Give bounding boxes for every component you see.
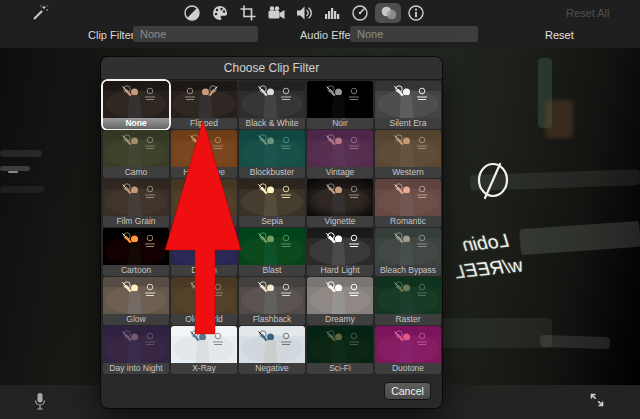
filter-thumbnail <box>103 228 169 265</box>
filter-cell-sepia[interactable]: Sepia <box>239 179 305 227</box>
filter-cell-vignette[interactable]: Vignette <box>307 179 373 227</box>
audio-effect-field[interactable]: None <box>350 26 478 42</box>
filter-tint-overlay <box>307 130 373 167</box>
color-palette-icon[interactable] <box>207 3 233 23</box>
filter-thumbnail <box>239 326 305 363</box>
auto-enhance-wand-icon[interactable] <box>28 3 52 23</box>
filter-grid: None Flipped Black & White Noir Silent E <box>103 81 441 374</box>
chalk-smudge <box>432 318 552 348</box>
filter-thumbnail <box>171 130 237 167</box>
filter-thumbnail <box>307 81 373 118</box>
filter-cell-vintage[interactable]: Vintage <box>307 130 373 178</box>
volume-icon[interactable] <box>291 3 317 23</box>
filter-thumbnail <box>375 179 441 216</box>
filter-cell-camo[interactable]: Camo <box>103 130 169 178</box>
filter-label: Sci-Fi <box>307 363 373 374</box>
filter-label: Vignette <box>307 216 373 227</box>
filter-cell-western[interactable]: Western <box>375 130 441 178</box>
filter-label: Flipped <box>171 118 237 129</box>
chalk-smudge <box>540 335 610 349</box>
filter-cell-dreamy[interactable]: Dreamy <box>307 277 373 325</box>
mirrored-scribble: Lobin w/REEL <box>426 224 549 288</box>
filter-cell-none[interactable]: None <box>103 81 169 129</box>
crop-icon[interactable] <box>235 3 261 23</box>
filter-thumbnail <box>375 277 441 314</box>
filter-cell-sci-fi[interactable]: Sci-Fi <box>307 326 373 374</box>
filter-label: Film Grain <box>103 216 169 227</box>
filter-cell-glow[interactable]: Glow <box>103 277 169 325</box>
filter-label: X-Ray <box>171 363 237 374</box>
filter-thumbnail <box>103 130 169 167</box>
filter-tint-overlay <box>307 179 373 216</box>
filter-cell-dream[interactable]: Dream <box>171 228 237 276</box>
filter-thumbnail <box>307 326 373 363</box>
filter-cell-hard-light[interactable]: Hard Light <box>307 228 373 276</box>
filter-cell-blockbuster[interactable]: Blockbuster <box>239 130 305 178</box>
dialog-title: Choose Clip Filter <box>101 57 442 80</box>
reset-all-button[interactable]: Reset All <box>566 7 609 19</box>
filter-label: Camo <box>103 167 169 178</box>
filter-cell-romantic[interactable]: Romantic <box>375 179 441 227</box>
filter-cell-noir[interactable]: Noir <box>307 81 373 129</box>
filter-cell-silent-era[interactable]: Silent Era <box>375 81 441 129</box>
filter-cell-blast[interactable]: Blast <box>239 228 305 276</box>
color-balance-icon[interactable] <box>179 3 205 23</box>
filter-thumbnail <box>375 130 441 167</box>
microphone-icon[interactable] <box>32 392 48 412</box>
filter-tint-overlay <box>103 130 169 167</box>
clip-filter-field[interactable]: None <box>133 26 258 42</box>
filter-label: Sepia <box>239 216 305 227</box>
equalizer-icon[interactable] <box>319 3 345 23</box>
filter-thumbnail <box>239 228 305 265</box>
filter-cell-negative[interactable]: Negative <box>239 326 305 374</box>
filter-label: Western <box>375 167 441 178</box>
filter-label: Vintage <box>307 167 373 178</box>
clip-filter-icon[interactable] <box>375 3 401 23</box>
choose-clip-filter-dialog: Choose Clip Filter None Flipped Black & … <box>101 57 442 408</box>
filter-cell-x-ray[interactable]: X-Ray <box>171 326 237 374</box>
filter-cell-film-grain[interactable]: Film Grain <box>103 179 169 227</box>
filter-cell-cartoon[interactable]: Cartoon <box>103 228 169 276</box>
filter-tint-overlay <box>239 228 305 265</box>
filter-label: Old World <box>171 314 237 325</box>
cancel-button[interactable]: Cancel <box>385 383 430 399</box>
stabilization-camera-icon[interactable] <box>263 3 289 23</box>
filter-thumbnail <box>171 81 237 118</box>
filter-thumbnail <box>375 228 441 265</box>
filter-thumbnail <box>307 179 373 216</box>
filter-cell-day-into-night[interactable]: Day into Night <box>103 326 169 374</box>
filter-cell-old-world[interactable]: Old World <box>171 277 237 325</box>
filter-thumbnail <box>239 179 305 216</box>
info-icon[interactable] <box>403 3 429 23</box>
filter-cell-aged-film[interactable]: Aged Film <box>171 179 237 227</box>
speed-icon[interactable] <box>347 3 373 23</box>
filter-label: Romantic <box>375 216 441 227</box>
filter-cell-black-white[interactable]: Black & White <box>239 81 305 129</box>
filter-cell-heat-wave[interactable]: Heat Wave <box>171 130 237 178</box>
filter-label: Negative <box>239 363 305 374</box>
reset-button[interactable]: Reset <box>545 29 574 41</box>
filter-thumbnail <box>171 277 237 314</box>
filter-tint-overlay <box>375 277 441 314</box>
chalk-smudge <box>0 150 42 157</box>
filter-label: Raster <box>375 314 441 325</box>
filter-tint-overlay <box>103 277 169 314</box>
filter-cell-flipped[interactable]: Flipped <box>171 81 237 129</box>
filter-label: Blockbuster <box>239 167 305 178</box>
filter-thumbnail <box>307 277 373 314</box>
expand-diagonal-icon[interactable] <box>589 392 605 408</box>
filter-cell-duotone[interactable]: Duotone <box>375 326 441 374</box>
filter-label: Flashback <box>239 314 305 325</box>
filter-thumbnail <box>103 326 169 363</box>
filter-cell-flashback[interactable]: Flashback <box>239 277 305 325</box>
chalk-smudge <box>8 171 18 173</box>
filter-thumbnail <box>307 228 373 265</box>
filter-tint-overlay <box>307 326 373 363</box>
filter-tint-overlay <box>307 277 373 314</box>
filter-cell-bleach-bypass[interactable]: Bleach Bypass <box>375 228 441 276</box>
filter-label: Silent Era <box>375 118 441 129</box>
filter-tint-overlay <box>375 130 441 167</box>
filter-cell-raster[interactable]: Raster <box>375 277 441 325</box>
filter-label: Day into Night <box>103 363 169 374</box>
filter-tint-overlay <box>171 130 237 167</box>
